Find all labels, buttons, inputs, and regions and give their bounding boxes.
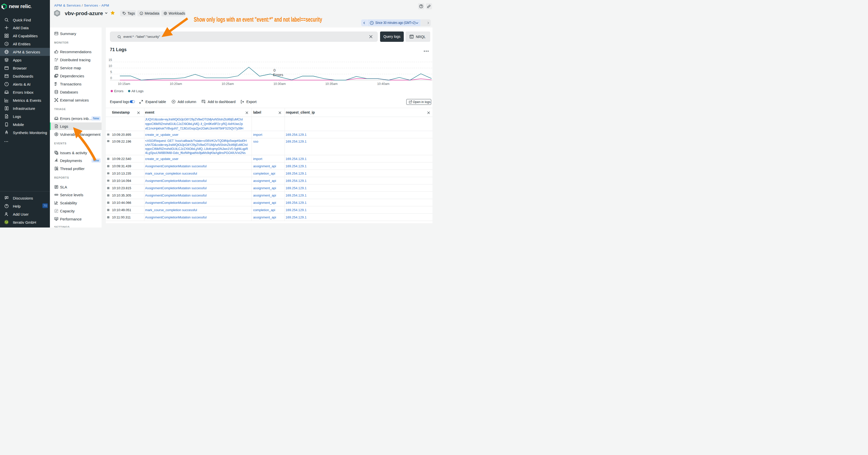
svg-text:15: 15 [108,58,112,62]
svg-text:0: 0 [274,68,276,72]
svg-text:10:20am: 10:20am [169,82,182,86]
svg-text:10:40am: 10:40am [377,82,390,86]
svg-text:10:25am: 10:25am [221,82,234,86]
svg-text:10:35am: 10:35am [326,82,338,86]
svg-text:10:30am: 10:30am [274,82,286,86]
svg-text:0: 0 [111,76,112,80]
svg-text:Errors: Errors [273,72,283,77]
svg-text:5: 5 [111,70,112,74]
svg-text:10: 10 [108,64,112,68]
svg-text:10:15am: 10:15am [118,82,130,86]
